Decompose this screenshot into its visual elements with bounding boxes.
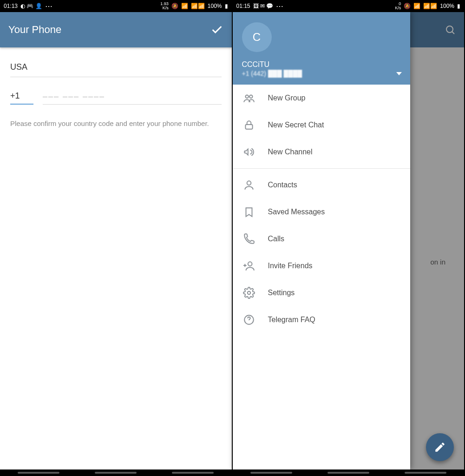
nav-home[interactable] xyxy=(95,472,137,474)
menu-item-label: New Group xyxy=(268,94,306,102)
nav-home[interactable] xyxy=(327,472,369,474)
compose-fab[interactable] xyxy=(426,433,454,461)
mute-icon: 🔕 xyxy=(171,3,178,9)
menu-item-new-channel[interactable]: New Channel xyxy=(233,139,410,165)
signal-icon: 📶📶 xyxy=(423,3,437,9)
status-app-icons: 🖼 ✉ 💬 xyxy=(253,3,274,9)
menu-item-label: Telegram FAQ xyxy=(268,316,315,324)
android-nav-bar xyxy=(0,469,232,476)
menu-item-label: Settings xyxy=(268,289,295,297)
menu-item-saved-messages[interactable]: Saved Messages xyxy=(233,198,410,225)
account-phone: +1 (442) ███ ████ xyxy=(242,70,401,77)
battery-text: 100% xyxy=(440,3,454,9)
avatar[interactable]: C xyxy=(242,22,272,52)
menu-item-label: Calls xyxy=(268,235,285,243)
menu-item-telegram-faq[interactable]: Telegram FAQ xyxy=(233,306,410,333)
call-icon xyxy=(243,233,255,245)
battery-text: 100% xyxy=(208,3,222,9)
battery-icon: ▮ xyxy=(457,3,460,9)
phone-number-input[interactable]: ––– ––– –––– xyxy=(43,90,222,105)
nav-back[interactable] xyxy=(405,472,446,474)
mute-icon: 🔕 xyxy=(404,3,411,9)
status-app-icons: ◐ 🎮 👤 xyxy=(20,3,42,9)
confirm-button[interactable] xyxy=(210,23,223,36)
menu-item-label: New Channel xyxy=(268,148,313,156)
drawer-header[interactable]: C CCCiTU +1 (442) ███ ████ xyxy=(233,12,410,85)
nav-recent[interactable] xyxy=(18,472,59,474)
phone-right: 01:15 🖼 ✉ 💬 0 K/s 🔕 📶 📶📶 100% ▮ on in C … xyxy=(233,0,465,476)
country-code-input[interactable]: +1 xyxy=(10,89,33,105)
svg-point-7 xyxy=(247,291,250,295)
phone-left: 01:13 ◐ 🎮 👤 1.93 K/s 🔕 📶 📶📶 100% ▮ Your … xyxy=(0,0,233,476)
more-icon xyxy=(276,2,283,11)
wifi-icon: 📶 xyxy=(181,3,188,9)
drawer-menu: New GroupNew Secret ChatNew Channel Cont… xyxy=(233,85,410,469)
menu-item-label: Saved Messages xyxy=(268,208,325,216)
lock-icon xyxy=(243,119,255,131)
menu-item-label: New Secret Chat xyxy=(268,121,324,129)
country-field[interactable]: USA xyxy=(10,59,222,77)
group-icon xyxy=(243,92,255,104)
signal-icon: 📶📶 xyxy=(191,3,205,9)
nav-back[interactable] xyxy=(172,472,214,474)
svg-point-6 xyxy=(248,262,252,266)
svg-point-5 xyxy=(247,181,251,185)
more-icon xyxy=(45,2,52,11)
megaphone-icon xyxy=(243,146,255,158)
navigation-drawer: C CCCiTU +1 (442) ███ ████ New GroupNew … xyxy=(233,12,410,469)
app-bar: Your Phone xyxy=(0,12,232,47)
net-speed: 0 K/s xyxy=(395,2,401,10)
menu-item-contacts[interactable]: Contacts xyxy=(233,172,410,198)
status-bar: 01:15 🖼 ✉ 💬 0 K/s 🔕 📶 📶📶 100% ▮ xyxy=(233,0,465,12)
battery-icon: ▮ xyxy=(225,3,228,9)
menu-item-new-secret-chat[interactable]: New Secret Chat xyxy=(233,112,410,139)
menu-item-invite-friends[interactable]: Invite Friends xyxy=(233,252,410,279)
menu-item-settings[interactable]: Settings xyxy=(233,279,410,306)
svg-point-3 xyxy=(249,95,253,99)
menu-divider xyxy=(233,168,410,169)
hint-text: Please confirm your country code and ent… xyxy=(10,119,222,129)
bookmark-icon xyxy=(243,206,255,218)
page-title: Your Phone xyxy=(8,24,61,36)
menu-item-new-group[interactable]: New Group xyxy=(233,85,410,112)
chevron-down-icon[interactable] xyxy=(396,72,402,75)
invite-icon xyxy=(243,260,255,272)
pencil-icon xyxy=(434,441,446,453)
status-time: 01:15 xyxy=(236,3,250,9)
form-area: USA +1 ––– ––– –––– Please confirm your … xyxy=(0,47,232,140)
nav-recent[interactable] xyxy=(250,472,292,474)
help-icon xyxy=(243,314,255,326)
android-nav-bar xyxy=(233,469,465,476)
wifi-icon: 📶 xyxy=(413,3,420,9)
status-time: 01:13 xyxy=(4,3,18,9)
settings-icon xyxy=(243,287,255,299)
net-speed: 1.93 K/s xyxy=(160,2,169,10)
status-bar: 01:13 ◐ 🎮 👤 1.93 K/s 🔕 📶 📶📶 100% ▮ xyxy=(0,0,232,12)
account-name: CCCiTU xyxy=(242,60,401,69)
svg-rect-4 xyxy=(245,125,252,129)
menu-item-label: Invite Friends xyxy=(268,262,313,270)
svg-point-2 xyxy=(245,95,249,99)
person-icon xyxy=(243,179,255,191)
menu-item-label: Contacts xyxy=(268,181,297,189)
menu-item-calls[interactable]: Calls xyxy=(233,225,410,252)
